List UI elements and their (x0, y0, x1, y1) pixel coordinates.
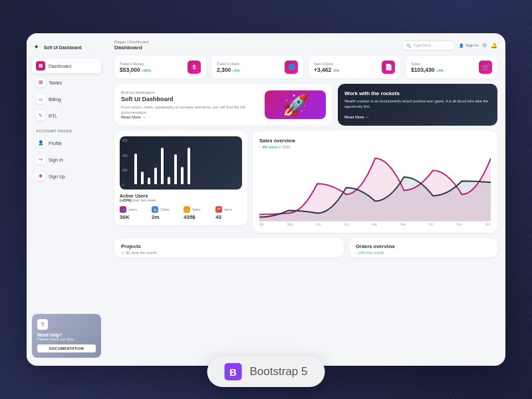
dashboard-icon: ▦ (36, 61, 45, 70)
bar (148, 178, 150, 185)
search-icon: 🔍 (406, 43, 411, 48)
active-users-title: Active Users (120, 194, 242, 198)
bar (161, 148, 164, 184)
bootstrap-badge: B Bootstrap 5 (207, 356, 325, 387)
nav-billing[interactable]: ▭Billing (32, 92, 101, 106)
bar-chart: 6004002000 (120, 136, 242, 190)
rocket-image: 🚀 (265, 90, 326, 119)
stat-card-2: New Clients+3,462-2%📄 (309, 56, 400, 78)
signin-link[interactable]: 👤Sign In (459, 43, 478, 48)
orders-sub: ↑ 24% this month (356, 251, 491, 255)
read-more-link[interactable]: Read More → (121, 115, 258, 119)
hero2-title: Work with the rockets (344, 90, 491, 96)
bar (154, 168, 157, 185)
tables-icon: ▤ (36, 78, 45, 87)
projects-sub: ✓30 done this month (121, 251, 337, 255)
bar (141, 172, 144, 184)
hero-kicker: Built by developers (121, 90, 258, 94)
search-input[interactable]: 🔍Type here... (402, 41, 455, 51)
metric: 👥Users36K (120, 206, 146, 220)
nav-dashboard[interactable]: ▦Dashboard (32, 59, 101, 73)
billing-icon: ▭ (36, 94, 45, 104)
notifications-icon[interactable]: 🔔 (491, 43, 497, 49)
check-icon: ✓ (121, 251, 124, 255)
nav-tables[interactable]: ▤Tables (32, 75, 101, 90)
orders-title: Orders overview (356, 243, 491, 249)
help-card: ? Need help? Please check our docs DOCUM… (32, 314, 101, 358)
settings-icon[interactable]: ⚙ (482, 43, 487, 49)
stat-icon-0: $ (188, 61, 201, 74)
hero-desc: From colors, cards, typography to comple… (121, 104, 258, 115)
projects-title: Projects (121, 243, 337, 249)
brand-text: Soft UI Dashboard (44, 45, 82, 50)
bootstrap-text: Bootstrap 5 (250, 365, 308, 378)
bar (134, 154, 137, 184)
rtl-icon: ✎ (36, 111, 45, 120)
profile-icon: 👤 (36, 138, 45, 148)
line-chart (259, 154, 491, 221)
breadcrumb: Pages / Dashboard (114, 40, 148, 44)
hero-title: Soft UI Dashboard (121, 96, 258, 102)
bar (174, 154, 177, 184)
stat-card-0: Today's Money$53,000+55%$ (114, 56, 206, 78)
brand: ◈ Soft UI Dashboard (32, 41, 101, 53)
stat-card-1: Today's Users2,300+3%🌐 (211, 56, 303, 78)
active-users-card: 6004002000 Active Users (+23%) than last… (114, 131, 247, 225)
main-content: Pages / Dashboard Dashboard 🔍Type here..… (106, 33, 505, 366)
stat-card-3: Sales$103,430+5%🛒 (406, 56, 497, 78)
bar (168, 177, 170, 185)
sales-title: Sales overview (259, 138, 491, 144)
projects-card: Projects ✓30 done this month (114, 238, 344, 257)
nav-profile[interactable]: 👤Profile (32, 136, 101, 150)
stat-icon-3: 🛒 (479, 61, 492, 74)
active-users-sub: (+23%) than last week (120, 198, 242, 202)
stats-row: Today's Money$53,000+55%$Today's Users2,… (114, 56, 497, 78)
brand-icon: ◈ (35, 44, 41, 51)
topbar: Pages / Dashboard Dashboard 🔍Type here..… (114, 40, 497, 51)
sales-sub: ↑ 4% more in 2021 (259, 145, 491, 149)
help-title: Need help? (37, 332, 96, 337)
hero-card-rockets: Work with the rockets Wealth creation is… (338, 84, 497, 126)
read-more-link-2[interactable]: Read More → (344, 115, 491, 119)
metric: 📦Items43 (215, 206, 242, 220)
signin-icon: ↪ (36, 155, 45, 164)
page-title: Dashboard (114, 45, 148, 51)
help-icon: ? (37, 319, 48, 330)
sales-overview-card: Sales overview ↑ 4% more in 2021 AprMayJ… (253, 131, 497, 233)
documentation-button[interactable]: DOCUMENTATION (37, 344, 96, 352)
user-icon: 👤 (459, 43, 464, 48)
metric: 💳Sales435$ (184, 206, 210, 220)
sidebar: ◈ Soft UI Dashboard ▦Dashboard ▤Tables ▭… (27, 33, 106, 366)
stat-icon-1: 🌐 (285, 61, 298, 74)
dashboard-window: ◈ Soft UI Dashboard ▦Dashboard ▤Tables ▭… (27, 33, 505, 366)
metric: 👆Clicks2m (152, 206, 178, 220)
bootstrap-icon: B (225, 363, 242, 380)
hero2-desc: Wealth creation is an evolutionarily rec… (344, 99, 491, 109)
bar (181, 167, 184, 185)
bar (188, 148, 190, 184)
stat-icon-2: 📄 (382, 61, 395, 74)
hero-card-docs: Built by developers Soft UI Dashboard Fr… (114, 84, 332, 126)
nav-heading: ACCOUNT PAGES (32, 125, 101, 136)
orders-card: Orders overview ↑ 24% this month (349, 238, 497, 257)
help-sub: Please check our docs (37, 337, 96, 341)
signup-icon: ✚ (36, 172, 45, 181)
nav-rtl[interactable]: ✎RTL (32, 108, 101, 123)
nav-signin[interactable]: ↪Sign In (32, 152, 101, 167)
nav-signup[interactable]: ✚Sign Up (32, 169, 101, 184)
